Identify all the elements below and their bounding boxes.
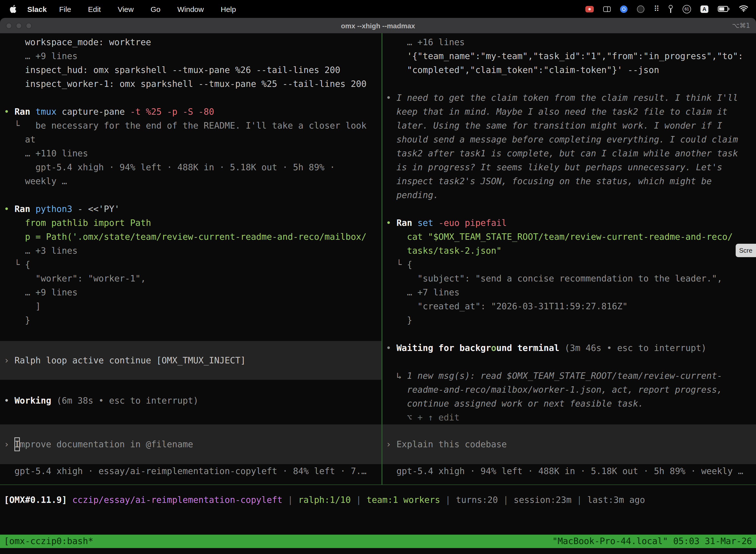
menu-items: FileEditViewGoWindowHelp — [51, 5, 244, 13]
wifi-icon[interactable] — [739, 5, 748, 13]
terminal-line: workspace_mode: worktree — [0, 35, 381, 49]
terminal-line: ↳ 1 new msg(s): read $OMX_TEAM_STATE_ROO… — [382, 369, 756, 383]
tmux-status-bar: [omx-cczip0:bash* "MacBook-Pro-44.local"… — [0, 535, 756, 548]
terminal-line: "subject": "send a concise recommendatio… — [382, 272, 756, 285]
terminal-line: ] — [0, 299, 381, 313]
terminal-line — [0, 380, 381, 394]
terminal-line: at — [0, 132, 381, 147]
window-shortcut-hint: ⌥⌘1 — [732, 18, 750, 33]
screen-recording-dot-icon — [588, 8, 591, 10]
tmux-session-label: [omx-cczip0:bash* — [4, 535, 93, 548]
terminal-line: … +9 lines — [0, 49, 381, 63]
menu-status-icons: ⠿ 61 A — [585, 5, 748, 13]
terminal-line: should send a message before completing … — [382, 132, 756, 147]
terminal-line: "worker": "worker-1", — [0, 272, 381, 285]
spacer — [0, 407, 381, 425]
minimize-button[interactable] — [16, 22, 22, 29]
terminal-line: } — [382, 313, 756, 327]
terminal-line: … +16 lines — [382, 35, 756, 49]
terminal-line — [382, 77, 756, 91]
menu-help[interactable]: Help — [212, 5, 245, 13]
blue-app-icon[interactable] — [620, 5, 628, 13]
terminal-line: cat "$OMX_TEAM_STATE_ROOT/team/review-cu… — [382, 230, 756, 244]
menu-view[interactable]: View — [109, 5, 142, 13]
battery-percent-icon[interactable]: 61 — [683, 5, 691, 13]
terminal-line: … +9 lines — [0, 285, 381, 299]
battery-icon[interactable] — [718, 5, 730, 13]
terminal-line: • Ran python3 - <<'PY' — [0, 202, 381, 216]
terminal-line: └ be necessary for the end of the README… — [0, 119, 381, 132]
terminal-line: • Working (6m 38s • esc to interrupt) — [0, 394, 381, 407]
terminal-line: inspect task2's JSON, focusing on the st… — [382, 174, 756, 188]
terminal-line: task2 after task1 is complete, but can I… — [382, 147, 756, 160]
terminal-line: continue assigned work or next feasible … — [382, 397, 756, 410]
close-button[interactable] — [6, 22, 12, 29]
window-title-bar[interactable]: omx --xhigh --madmax ⌥⌘1 — [0, 18, 756, 33]
key-icon[interactable] — [669, 5, 673, 13]
screen: Slack FileEditViewGoWindowHelp ⠿ 61 A — [0, 0, 756, 554]
terminal-line: … +110 lines — [0, 147, 381, 160]
terminal-line: • I need to get the claim token from the… — [382, 91, 756, 105]
terminal-line: • Ran set -euo pipefail — [382, 216, 756, 230]
apple-menu-icon[interactable] — [10, 5, 16, 13]
terminal-line: └ { — [382, 258, 756, 272]
terminal-line: gpt-5.4 xhigh · 94% left · 488K in · 5.1… — [0, 160, 381, 174]
ralph-loop-banner[interactable]: › Ralph loop active continue [OMX_TMUX_I… — [0, 341, 381, 380]
menu-file[interactable]: File — [51, 5, 79, 13]
menu-app-name[interactable]: Slack — [27, 5, 47, 13]
menu-bar: Slack FileEditViewGoWindowHelp ⠿ 61 A — [0, 0, 756, 18]
terminal-line: keep that in mind. Maybe I also need the… — [382, 105, 756, 119]
terminal-line: … +3 lines — [0, 244, 381, 258]
terminal-line: weekly … — [0, 174, 381, 188]
terminal-line: • Ran tmux capture-pane -t %25 -p -S -80 — [0, 105, 381, 119]
terminal-window: omx --xhigh --madmax ⌥⌘1 workspace_mode:… — [0, 18, 756, 554]
terminal-area: workspace_mode: worktree … +9 lines insp… — [0, 33, 756, 554]
right-terminal-pane[interactable]: … +16 lines '{"team_name":"my-team","tas… — [382, 33, 756, 485]
terminal-line: ⌥ + ↑ edit — [382, 410, 756, 425]
menu-window[interactable]: Window — [169, 5, 212, 13]
terminal-line: gpt-5.4 xhigh · essay/ai-reimplementatio… — [0, 464, 381, 478]
terminal-line: • Waiting for background terminal (3m 46… — [382, 341, 756, 355]
dark-app-icon[interactable] — [637, 5, 644, 13]
terminal-line — [382, 202, 756, 216]
terminal-line: inspect_hud: omx sparkshell --tmux-pane … — [0, 63, 381, 77]
input-source-icon[interactable]: A — [700, 5, 708, 13]
dots-grid-icon[interactable]: ⠿ — [654, 5, 659, 13]
terminal-line: gpt-5.4 xhigh · 94% left · 488K in · 5.1… — [382, 464, 756, 478]
composer-input[interactable]: › Explain this codebase — [382, 425, 756, 464]
omx-status-line: [OMX#0.11.9] cczip/essay/ai-reimplementa… — [0, 493, 756, 507]
screenshot-toast[interactable]: Scre — [736, 244, 756, 257]
terminal-line — [382, 327, 756, 341]
terminal-line: p = Path('.omx/state/team/review-current… — [0, 230, 381, 244]
screen-recording-icon[interactable] — [585, 6, 594, 12]
menu-edit[interactable]: Edit — [80, 5, 109, 13]
terminal-line: readme-and-reco/mailbox/worker-1.json, a… — [382, 383, 756, 397]
traffic-lights — [6, 18, 32, 33]
terminal-line: └ { — [0, 258, 381, 272]
menu-go[interactable]: Go — [142, 5, 169, 13]
window-title: omx --xhigh --madmax — [341, 21, 415, 30]
window-grid-icon[interactable] — [603, 6, 611, 12]
left-terminal-pane[interactable]: workspace_mode: worktree … +9 lines insp… — [0, 33, 381, 485]
terminal-line — [382, 355, 756, 369]
terminal-line — [0, 91, 381, 105]
terminal-line — [0, 188, 381, 202]
terminal-line: is in progress? It seems likely but perh… — [382, 160, 756, 174]
terminal-line: "completed","claim_token":"claim-token"}… — [382, 63, 756, 77]
terminal-line: pending. — [382, 188, 756, 202]
terminal-line: … +7 lines — [382, 285, 756, 299]
terminal-line: inspect_worker-1: omx sparkshell --tmux-… — [0, 77, 381, 91]
tmux-host-clock: "MacBook-Pro-44.local" 05:03 31-Mar-26 — [552, 535, 752, 548]
terminal-line: from pathlib import Path — [0, 216, 381, 230]
terminal-line: } — [0, 313, 381, 327]
composer-input[interactable]: › Improve documentation in @filename — [0, 425, 381, 464]
terminal-line: later. Using the same for transition mig… — [382, 119, 756, 132]
terminal-line: '{"team_name":"my-team","task_id":"1","f… — [382, 49, 756, 63]
terminal-line — [0, 327, 381, 341]
pane-divider-horizontal[interactable] — [0, 485, 756, 485]
terminal-line: tasks/task-2.json" — [382, 244, 756, 258]
terminal-line: "created_at": "2026-03-31T11:59:27.816Z" — [382, 299, 756, 313]
zoom-button[interactable] — [26, 22, 32, 29]
